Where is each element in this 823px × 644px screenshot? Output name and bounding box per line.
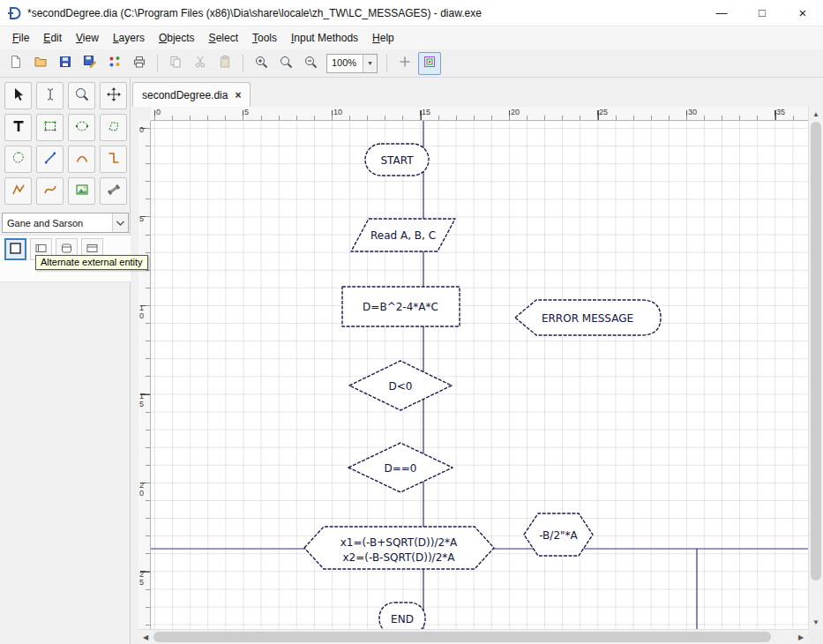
polygon-shape-icon <box>106 118 122 137</box>
text-tool-button[interactable] <box>4 114 32 141</box>
shape-alternate-external-entity-button[interactable] <box>4 238 26 260</box>
ruler-label: 25 <box>599 108 608 116</box>
ellipse-tool-button[interactable] <box>68 114 95 141</box>
node-end-label: END <box>391 613 414 625</box>
line-tool-button[interactable] <box>36 146 64 173</box>
magnify-tool-button[interactable] <box>68 82 95 109</box>
minimize-button[interactable]: — <box>701 0 742 26</box>
maximize-button[interactable]: □ <box>742 0 782 26</box>
new-document-icon <box>9 55 23 71</box>
image-tool-button[interactable] <box>68 177 95 205</box>
move-cross-icon <box>106 86 122 105</box>
menubar: File Edit View Layers Objects Select Too… <box>0 26 823 49</box>
menu-select[interactable]: Select <box>202 28 245 48</box>
print-button[interactable] <box>128 52 151 75</box>
menu-tools[interactable]: Tools <box>245 28 284 48</box>
paste-button[interactable] <box>213 52 236 75</box>
scroll-down-arrow[interactable]: ▼ <box>809 615 823 629</box>
ruler-label: 35 <box>776 108 785 116</box>
new-diagram-button[interactable] <box>4 52 27 75</box>
text-edit-tool-button[interactable] <box>36 82 64 109</box>
beziergon-tool-button[interactable] <box>4 146 32 173</box>
snap-to-objects-toggle[interactable] <box>418 52 441 75</box>
ruler-label: 20 <box>511 108 520 116</box>
export-button[interactable] <box>103 52 126 75</box>
polyline-tool-button[interactable] <box>4 177 32 205</box>
scrollbar-corner <box>808 629 823 644</box>
flowchart: START Read A, B, C D=B^2-4*A*C ERROR MES… <box>151 121 808 629</box>
scissors-icon <box>193 55 207 71</box>
menu-file[interactable]: File <box>5 28 36 48</box>
vertical-scrollbar[interactable]: ▲ ▼ <box>808 107 823 629</box>
tooltip: Alternate external entity <box>35 255 148 270</box>
zoom-out-button[interactable] <box>299 52 322 75</box>
sheet-selector[interactable]: Gane and Sarson <box>2 213 129 233</box>
close-button[interactable]: × <box>782 0 823 26</box>
zoom-in-icon <box>254 55 268 71</box>
image-icon <box>74 182 90 200</box>
node-solutions-line2: x2=(-B-SQRT(D))/2*A <box>343 551 456 564</box>
bezierline-tool-button[interactable] <box>36 177 64 205</box>
beziergon-shape-icon <box>11 150 26 168</box>
sheet-selector-label: Gane and Sarson <box>3 218 112 228</box>
scroll-up-arrow[interactable]: ▲ <box>809 107 823 121</box>
ellipse-shape-icon <box>74 118 90 137</box>
polygon-tool-button[interactable] <box>100 114 127 141</box>
open-folder-icon <box>34 55 48 71</box>
ruler-label: 10 <box>333 108 342 116</box>
tabbar: secondDegree.dia × <box>131 78 808 107</box>
horizontal-scrollbar-thumb[interactable] <box>153 632 771 642</box>
window-title: *secondDegree.dia (C:\Program Files (x86… <box>27 7 482 19</box>
zoom-icon <box>279 55 293 71</box>
tab-seconddegree[interactable]: secondDegree.dia × <box>132 82 251 107</box>
box-shape-icon <box>42 118 58 137</box>
diagram-canvas[interactable]: START Read A, B, C D=B^2-4*A*C ERROR MES… <box>151 121 808 629</box>
copy-button[interactable] <box>164 52 187 75</box>
node-discriminant-label: D=B^2-4*A*C <box>363 301 438 313</box>
zigzagline-tool-button[interactable] <box>100 146 127 173</box>
menu-edit[interactable]: Edit <box>36 28 69 48</box>
chevron-down-icon <box>112 213 128 232</box>
zoom-fit-button[interactable] <box>274 52 297 75</box>
toolbar-separator <box>157 55 158 72</box>
save-as-button[interactable] <box>79 52 101 75</box>
letter-t-icon <box>11 118 26 137</box>
ruler-label: 20 <box>139 482 146 498</box>
grid-cross-icon <box>398 55 412 71</box>
zoom-in-button[interactable] <box>250 52 273 75</box>
menu-objects[interactable]: Objects <box>152 28 202 48</box>
node-start-label: START <box>380 154 414 167</box>
app-icon <box>7 6 21 20</box>
ruler-label: 10 <box>139 304 146 320</box>
menu-view[interactable]: View <box>69 28 106 48</box>
menu-layers[interactable]: Layers <box>106 28 152 48</box>
scroll-left-arrow[interactable]: ◀ <box>138 630 153 644</box>
select-tool-button[interactable] <box>4 82 32 109</box>
ruler-label: 25 <box>139 571 146 587</box>
arc-tool-button[interactable] <box>68 146 95 173</box>
menu-input-methods[interactable]: Input Methods <box>284 28 365 48</box>
node-solutions-line1: x1=(-B+SQRT(D))/2*A <box>340 536 458 549</box>
scroll-right-arrow[interactable]: ▶ <box>794 630 808 644</box>
toolbox-panel: Gane and Sarson Alternate external entit… <box>0 78 131 644</box>
horizontal-scrollbar[interactable]: ◀ ▶ <box>138 629 808 644</box>
tab-close-icon[interactable]: × <box>235 89 241 101</box>
open-diagram-button[interactable] <box>29 52 52 75</box>
menu-help[interactable]: Help <box>365 28 401 48</box>
snap-to-grid-toggle[interactable] <box>393 52 416 75</box>
titlebar: *secondDegree.dia (C:\Program Files (x86… <box>0 0 823 26</box>
tab-label: secondDegree.dia <box>142 89 228 101</box>
outline-tool-button[interactable] <box>100 177 127 205</box>
print-icon <box>132 55 146 71</box>
arc-icon <box>74 150 90 168</box>
zoom-level-field[interactable]: 100% <box>327 55 363 72</box>
main-toolbar: 100% ▾ <box>0 49 823 78</box>
vertical-scrollbar-thumb[interactable] <box>811 122 821 580</box>
cut-button[interactable] <box>189 52 212 75</box>
zoom-dropdown-button[interactable]: ▾ <box>363 55 377 72</box>
box-tool-button[interactable] <box>36 114 64 141</box>
magnifier-icon <box>74 86 90 105</box>
scroll-tool-button[interactable] <box>100 82 127 109</box>
app-window: *secondDegree.dia (C:\Program Files (x86… <box>0 0 823 644</box>
save-button[interactable] <box>54 52 77 75</box>
